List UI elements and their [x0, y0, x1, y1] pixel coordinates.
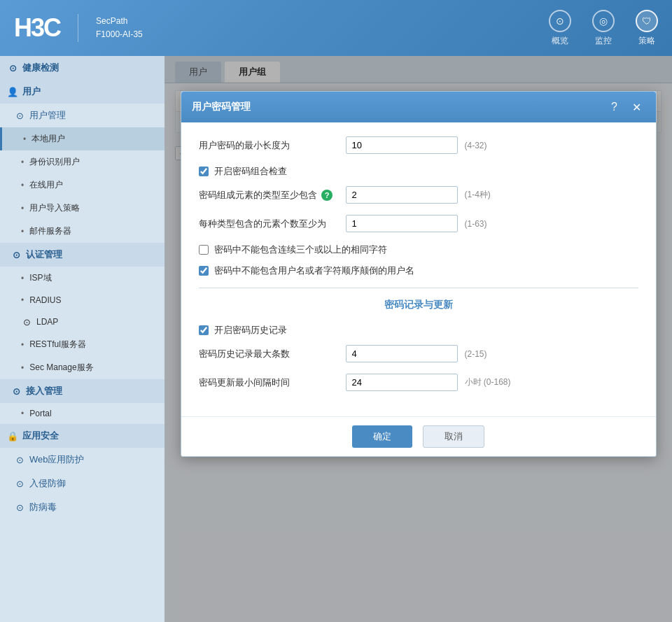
- sidebar-item-identity-user[interactable]: • 身份识别用户: [0, 150, 164, 174]
- sidebar-item-health-check[interactable]: ⊙ 健康检测: [0, 56, 164, 80]
- min-length-row: 用户密码的最小长度为 (4-32): [199, 136, 638, 154]
- dialog-body: 用户密码的最小长度为 (4-32) 开启密码组合检查 密码组成元素的类型至少包含…: [181, 122, 656, 416]
- logo-divider: [78, 14, 78, 42]
- history-max-row: 密码历史记录最大条数 (2-15): [199, 345, 638, 362]
- combo-count-label: 每种类型包含的元素个数至少为: [199, 218, 339, 230]
- min-length-label: 用户密码的最小长度为: [199, 139, 339, 152]
- health-check-icon: ⊙: [7, 62, 18, 73]
- sidebar-item-user[interactable]: 👤 用户: [0, 80, 164, 104]
- app-security-icon: 🔒: [7, 430, 18, 441]
- dialog-close-button[interactable]: ✕: [629, 99, 645, 115]
- sidebar-item-radius[interactable]: • RADIUS: [0, 290, 164, 311]
- app-header: H3C SecPath F1000-AI-35 ⊙ 概览 ◎ 监控 🛡 策略: [0, 0, 672, 56]
- overview-icon: ⊙: [549, 10, 571, 32]
- enable-history-row: 开启密码历史记录: [199, 324, 638, 337]
- intrusion-label: 入侵防御: [29, 477, 66, 490]
- health-check-label: 健康检测: [22, 62, 59, 74]
- cancel-button[interactable]: 取消: [423, 425, 484, 448]
- sidebar-item-user-mgmt[interactable]: ⊙ 用户管理: [0, 104, 164, 127]
- nav-overview[interactable]: ⊙ 概览: [549, 10, 571, 47]
- online-user-label: 在线用户: [29, 179, 63, 191]
- main-layout: ⊙ 健康检测 👤 用户 ⊙ 用户管理 • 本地用户 • 身份识别用户 • 在线用…: [0, 56, 672, 622]
- password-management-dialog: 用户密码管理 ? ✕ 用户密码的最小长度为 (4-32) 开启密码组合检查: [181, 91, 657, 457]
- auth-mgmt-label: 认证管理: [26, 248, 62, 261]
- user-mgmt-label: 用户管理: [29, 109, 66, 122]
- antivirus-label: 防病毒: [29, 501, 57, 514]
- mail-server-label: 邮件服务器: [29, 225, 71, 237]
- combo-check-checkbox[interactable]: [199, 167, 209, 176]
- sec-manage-label: Sec Manage服务: [29, 362, 93, 374]
- no-username-row: 密码中不能包含用户名或者字符顺序颠倒的用户名: [199, 264, 638, 277]
- min-length-hint: (4-32): [465, 141, 487, 150]
- access-mgmt-icon: ⊙: [10, 386, 22, 397]
- sidebar-item-restful[interactable]: • RESTful服务器: [0, 333, 164, 356]
- monitor-icon: ◎: [592, 10, 615, 32]
- sidebar-item-access-mgmt[interactable]: ⊙ 接入管理: [0, 379, 164, 403]
- web-protection-icon: ⊙: [14, 454, 25, 465]
- restful-label: RESTful服务器: [29, 339, 86, 351]
- local-user-label: 本地用户: [31, 133, 65, 145]
- sidebar-item-auth-mgmt[interactable]: ⊙ 认证管理: [0, 243, 164, 267]
- sidebar-item-online-user[interactable]: • 在线用户: [0, 174, 164, 197]
- sidebar: ⊙ 健康检测 👤 用户 ⊙ 用户管理 • 本地用户 • 身份识别用户 • 在线用…: [0, 56, 164, 622]
- logo-area: H3C SecPath F1000-AI-35: [14, 13, 143, 43]
- product-name: SecPath F1000-AI-35: [96, 15, 143, 41]
- sidebar-item-sec-manage[interactable]: • Sec Manage服务: [0, 356, 164, 379]
- min-interval-label: 密码更新最小间隔时间: [199, 376, 339, 389]
- dialog-header: 用户密码管理 ? ✕: [181, 92, 656, 122]
- combo-type-help-icon[interactable]: ?: [321, 190, 332, 201]
- sidebar-item-app-security[interactable]: 🔒 应用安全: [0, 424, 164, 448]
- monitor-label: 监控: [592, 35, 615, 47]
- sidebar-item-isp-domain[interactable]: • ISP域: [0, 267, 164, 290]
- dialog-help-button[interactable]: ?: [606, 99, 623, 115]
- combo-type-label: 密码组成元素的类型至少包含 ?: [199, 189, 339, 202]
- radius-label: RADIUS: [29, 295, 61, 305]
- no-username-label[interactable]: 密码中不能包含用户名或者字符顺序颠倒的用户名: [214, 264, 414, 277]
- nav-monitor[interactable]: ◎ 监控: [592, 10, 615, 47]
- enable-history-label[interactable]: 开启密码历史记录: [214, 324, 287, 337]
- no-repeat-label[interactable]: 密码中不能包含连续三个或以上的相同字符: [214, 243, 387, 256]
- identity-user-label: 身份识别用户: [29, 156, 80, 168]
- overview-label: 概览: [549, 35, 571, 47]
- dialog-footer: 确定 取消: [181, 416, 656, 456]
- intrusion-icon: ⊙: [14, 478, 25, 489]
- ldap-icon: ⊙: [21, 316, 32, 327]
- access-mgmt-label: 接入管理: [26, 385, 62, 397]
- ldap-label: LDAP: [36, 317, 58, 327]
- sidebar-item-portal[interactable]: • Portal: [0, 403, 164, 424]
- auth-mgmt-icon: ⊙: [10, 249, 22, 260]
- section-title[interactable]: 密码记录与更新: [199, 299, 638, 311]
- history-max-input[interactable]: [346, 345, 458, 362]
- sidebar-item-mail-server[interactable]: • 邮件服务器: [0, 220, 164, 243]
- min-interval-row: 密码更新最小间隔时间 小时 (0-168): [199, 374, 638, 391]
- dialog-title: 用户密码管理: [192, 101, 251, 113]
- enable-history-checkbox[interactable]: [199, 325, 209, 335]
- min-length-input[interactable]: [346, 136, 458, 154]
- sidebar-item-antivirus[interactable]: ⊙ 防病毒: [0, 495, 164, 519]
- web-protection-label: Web应用防护: [29, 453, 85, 466]
- sidebar-item-web-protection[interactable]: ⊙ Web应用防护: [0, 448, 164, 472]
- import-policy-label: 用户导入策略: [29, 202, 80, 214]
- history-max-hint: (2-15): [465, 349, 487, 359]
- nav-policy[interactable]: 🛡 策略: [636, 10, 658, 47]
- portal-label: Portal: [29, 409, 51, 418]
- min-interval-input[interactable]: [346, 374, 458, 391]
- product-line2: F1000-AI-35: [96, 28, 143, 41]
- section-divider: [199, 288, 638, 288]
- no-username-checkbox[interactable]: [199, 266, 209, 276]
- history-max-label: 密码历史记录最大条数: [199, 348, 339, 360]
- sidebar-item-ldap[interactable]: ⊙ LDAP: [0, 311, 164, 333]
- sidebar-item-import-policy[interactable]: • 用户导入策略: [0, 197, 164, 220]
- no-repeat-checkbox[interactable]: [199, 245, 209, 255]
- no-repeat-row: 密码中不能包含连续三个或以上的相同字符: [199, 243, 638, 256]
- combo-check-label[interactable]: 开启密码组合检查: [214, 165, 287, 178]
- h3c-logo: H3C: [14, 13, 60, 43]
- sidebar-item-local-user[interactable]: • 本地用户: [0, 127, 164, 150]
- product-line1: SecPath: [96, 15, 143, 28]
- min-interval-hint: 小时 (0-168): [465, 376, 511, 388]
- combo-count-input[interactable]: [346, 215, 458, 232]
- confirm-button[interactable]: 确定: [352, 425, 412, 448]
- policy-label: 策略: [636, 35, 658, 47]
- combo-type-input[interactable]: [346, 186, 458, 204]
- sidebar-item-intrusion[interactable]: ⊙ 入侵防御: [0, 472, 164, 495]
